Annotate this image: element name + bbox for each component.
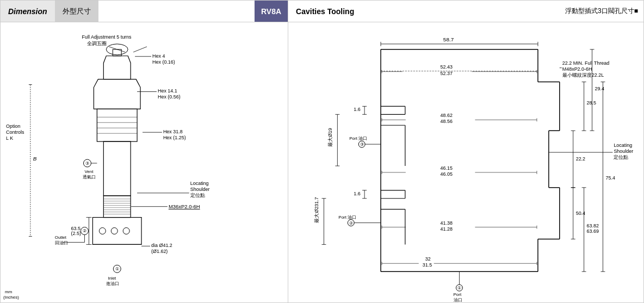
- svg-text:41.28: 41.28: [441, 226, 453, 232]
- svg-marker-22: [103, 56, 131, 79]
- svg-text:63.5: 63.5: [71, 226, 81, 231]
- svg-text:透氣口: 透氣口: [83, 175, 96, 180]
- svg-text:22.2 MIN. Full Thread: 22.2 MIN. Full Thread: [562, 60, 609, 66]
- svg-text:Vent: Vent: [84, 169, 94, 174]
- svg-text:Hex (0.56): Hex (0.56): [158, 94, 181, 100]
- svg-text:M36xP2.0-6H: M36xP2.0-6H: [169, 203, 200, 209]
- svg-text:1.6: 1.6: [354, 107, 360, 112]
- svg-text:52.43: 52.43: [441, 64, 453, 70]
- svg-text:M48xP2.0-6H: M48xP2.0-6H: [562, 66, 592, 72]
- model-label: RV8A: [255, 1, 288, 22]
- svg-text:46.05: 46.05: [441, 171, 453, 177]
- svg-text:最大Ø19: 最大Ø19: [328, 128, 333, 147]
- svg-text:63.82: 63.82: [587, 223, 599, 228]
- svg-text:46.15: 46.15: [441, 165, 453, 171]
- left-diagram-svg: Full Adjustment 5 turns 全調五圈 Hex 4 Hex (…: [1, 22, 288, 302]
- svg-text:Inlet: Inlet: [108, 276, 116, 281]
- svg-text:Shoulder: Shoulder: [614, 149, 633, 154]
- svg-text:58.7: 58.7: [443, 36, 454, 42]
- svg-text:(Ø1.62): (Ø1.62): [151, 249, 168, 254]
- svg-text:③: ③: [360, 142, 364, 147]
- left-content: Full Adjustment 5 turns 全調五圈 Hex 4 Hex (…: [1, 22, 288, 302]
- svg-text:mm: mm: [5, 289, 13, 294]
- svg-text:63.69: 63.69: [587, 228, 599, 234]
- svg-text:①: ①: [115, 267, 119, 271]
- svg-text:48.56: 48.56: [441, 119, 453, 124]
- svg-text:B: B: [33, 156, 37, 162]
- chinese-left-label: 外型尺寸: [55, 1, 98, 22]
- svg-text:48.62: 48.62: [441, 113, 453, 118]
- left-panel: Dimension 外型尺寸 RV8A Full Adjustment 5 tu…: [1, 1, 288, 302]
- svg-text:Shoulder: Shoulder: [190, 187, 210, 192]
- svg-marker-23: [94, 79, 140, 109]
- svg-text:Hex (0.16): Hex (0.16): [152, 59, 175, 65]
- svg-point-42: [99, 228, 106, 234]
- right-content: 58.7: [288, 22, 643, 302]
- svg-text:油口: 油口: [454, 298, 462, 302]
- svg-text:dia  Ø41.2: dia Ø41.2: [151, 243, 172, 248]
- svg-point-44: [123, 228, 129, 234]
- svg-text:定位點: 定位點: [190, 193, 205, 198]
- svg-rect-24: [97, 109, 137, 141]
- svg-text:75.4: 75.4: [606, 175, 615, 181]
- svg-text:②: ②: [349, 221, 353, 226]
- svg-text:28.5: 28.5: [587, 100, 596, 106]
- svg-text:Hex (1.25): Hex (1.25): [163, 135, 186, 140]
- svg-text:Port 油口: Port 油口: [338, 215, 356, 220]
- svg-text:全調五圈: 全調五圈: [87, 41, 107, 46]
- svg-text:Hex 31.8: Hex 31.8: [163, 129, 183, 134]
- svg-text:L   K: L K: [6, 135, 13, 141]
- dimension-label: Dimension: [1, 1, 55, 22]
- right-panel: Cavities Tooling 浮動型插式3口閥孔尺寸■ 58.7: [288, 1, 643, 302]
- header-left: Dimension 外型尺寸 RV8A: [1, 1, 288, 22]
- svg-text:52.37: 52.37: [441, 71, 453, 76]
- svg-text:Outlet: Outlet: [55, 235, 67, 240]
- svg-text:32: 32: [425, 256, 431, 262]
- svg-text:定位點: 定位點: [614, 154, 628, 160]
- svg-text:③: ③: [85, 161, 89, 166]
- svg-line-3: [133, 47, 147, 52]
- right-diagram-svg: 58.7: [288, 22, 643, 302]
- svg-text:Full Adjustment 5 turns: Full Adjustment 5 turns: [82, 34, 132, 40]
- svg-text:進油口: 進油口: [106, 281, 119, 286]
- svg-text:①: ①: [458, 286, 462, 290]
- svg-text:(Inches): (Inches): [3, 295, 19, 300]
- svg-text:Hex 14.1: Hex 14.1: [158, 88, 177, 94]
- svg-text:(2.5): (2.5): [71, 231, 81, 236]
- svg-text:Locating: Locating: [190, 181, 209, 186]
- svg-text:Port: Port: [454, 292, 462, 297]
- svg-text:回油口: 回油口: [55, 240, 68, 245]
- svg-text:22.2: 22.2: [576, 156, 585, 162]
- svg-text:Hex 4: Hex 4: [152, 53, 165, 59]
- header-right: Cavities Tooling 浮動型插式3口閥孔尺寸■: [288, 1, 643, 22]
- svg-text:最小螺紋深度22.2L: 最小螺紋深度22.2L: [562, 72, 604, 78]
- svg-text:Port 油口: Port 油口: [349, 136, 367, 141]
- svg-text:Locating: Locating: [614, 143, 632, 148]
- svg-point-43: [111, 228, 117, 234]
- svg-text:41.38: 41.38: [441, 220, 453, 226]
- cavities-label: Cavities Tooling: [288, 1, 362, 22]
- svg-rect-41: [92, 218, 141, 245]
- svg-rect-29: [103, 141, 131, 196]
- chinese-right-label: 浮動型插式3口閥孔尺寸■: [560, 1, 643, 22]
- svg-text:②: ②: [83, 228, 86, 233]
- svg-text:31.5: 31.5: [423, 262, 432, 268]
- svg-text:Option: Option: [6, 123, 20, 129]
- svg-text:最大Ø231.7: 最大Ø231.7: [314, 197, 320, 222]
- svg-text:1.6: 1.6: [354, 191, 360, 196]
- svg-text:Controls: Controls: [6, 129, 24, 135]
- page-container: Dimension 外型尺寸 RV8A Full Adjustment 5 tu…: [0, 0, 644, 303]
